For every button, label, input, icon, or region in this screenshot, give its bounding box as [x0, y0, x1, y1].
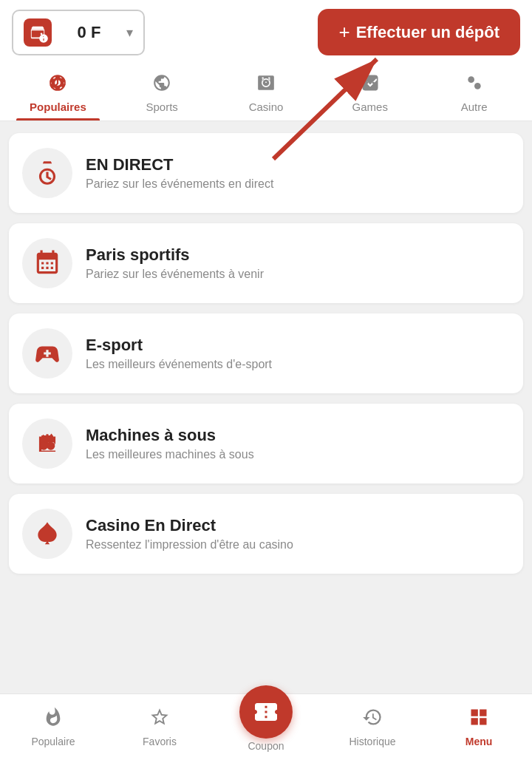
en-direct-desc: Pariez sur les événements en direct	[86, 177, 273, 191]
balance-button[interactable]: 0 F ▾	[12, 10, 145, 55]
balance-icon	[24, 18, 52, 47]
svg-point-8	[366, 81, 368, 84]
calendar-icon	[33, 249, 61, 277]
casino-direct-text: Casino En Direct Ressentez l'impression …	[86, 516, 293, 552]
cherry-icon	[33, 430, 61, 458]
svg-point-11	[474, 83, 481, 89]
svg-point-5	[366, 85, 368, 87]
bottom-nav-menu-label: Menu	[466, 736, 493, 747]
tab-sports-label: Sports	[146, 101, 178, 113]
e-sport-text: E-sport Les meilleurs événements d'e-spo…	[86, 336, 272, 371]
bottom-nav-favoris[interactable]: Favoris	[106, 701, 213, 753]
tab-populaires[interactable]: Populaires	[6, 64, 110, 121]
casino-direct-icon-wrap	[22, 509, 72, 559]
grid-icon	[468, 707, 489, 733]
list-item-paris-sportifs[interactable]: Paris sportifs Pariez sur les événements…	[9, 223, 523, 303]
tab-autre-label: Autre	[461, 101, 488, 113]
content-area: EN DIRECT Pariez sur les événements en d…	[0, 121, 532, 659]
stopwatch-icon	[33, 159, 61, 187]
e-sport-icon-wrap	[22, 328, 72, 379]
bottom-nav-menu[interactable]: Menu	[426, 701, 532, 753]
nav-tabs: Populaires Sports Casino	[0, 64, 532, 121]
list-item-casino-direct[interactable]: Casino En Direct Ressentez l'impression …	[9, 494, 523, 574]
tab-games[interactable]: Games	[318, 64, 422, 121]
bottom-nav-historique-label: Historique	[349, 736, 395, 747]
svg-point-3	[366, 78, 368, 81]
en-direct-title: EN DIRECT	[86, 155, 273, 174]
sports-icon	[152, 73, 171, 98]
paris-sportifs-icon-wrap	[22, 238, 72, 288]
svg-point-9	[372, 81, 374, 84]
tab-sports[interactable]: Sports	[110, 64, 214, 121]
paris-sportifs-text: Paris sportifs Pariez sur les événements…	[86, 245, 264, 281]
spade-icon	[33, 520, 61, 548]
bottom-nav-coupon[interactable]: Coupon	[213, 703, 319, 752]
bottom-nav-populaire-label: Populaire	[31, 736, 75, 747]
star-outline-icon	[149, 707, 170, 733]
bottom-nav-historique[interactable]: Historique	[319, 701, 426, 753]
tab-casino-label: Casino	[249, 101, 284, 113]
list-item-e-sport[interactable]: E-sport Les meilleurs événements d'e-spo…	[9, 313, 523, 393]
paris-sportifs-desc: Pariez sur les événements à venir	[86, 268, 264, 281]
e-sport-desc: Les meilleurs événements d'e-sport	[86, 358, 272, 371]
fire-icon	[43, 707, 64, 733]
gamepad-icon	[33, 339, 61, 367]
paris-sportifs-title: Paris sportifs	[86, 245, 264, 265]
e-sport-title: E-sport	[86, 336, 272, 355]
en-direct-text: EN DIRECT Pariez sur les événements en d…	[86, 155, 273, 191]
svg-point-7	[369, 81, 371, 84]
list-item-en-direct[interactable]: EN DIRECT Pariez sur les événements en d…	[9, 133, 523, 213]
machines-sous-text: Machines à sous Les meilleures machines …	[86, 426, 254, 461]
bottom-nav: Populaire Favoris Coupon Historique	[0, 693, 532, 760]
machines-sous-title: Machines à sous	[86, 426, 254, 445]
tab-games-label: Games	[352, 101, 388, 113]
bottom-nav-populaire[interactable]: Populaire	[0, 701, 106, 753]
clock-icon	[362, 707, 383, 733]
balance-amount: 0 F	[59, 23, 119, 42]
casino-direct-title: Casino En Direct	[86, 516, 293, 535]
bottom-nav-coupon-label: Coupon	[248, 740, 284, 752]
list-item-machines-sous[interactable]: Machines à sous Les meilleures machines …	[9, 404, 523, 484]
en-direct-icon-wrap	[22, 148, 72, 198]
tab-autre[interactable]: Autre	[422, 64, 526, 121]
deposit-label: Effectuer un dépôt	[356, 23, 499, 42]
coupon-circle[interactable]	[239, 685, 293, 739]
machines-sous-icon-wrap	[22, 418, 72, 469]
svg-point-6	[372, 85, 374, 87]
svg-point-10	[468, 76, 474, 83]
star-icon	[48, 73, 67, 98]
autre-icon	[465, 73, 484, 98]
ticket-icon	[253, 699, 279, 725]
tab-casino[interactable]: Casino	[214, 64, 318, 121]
tab-populaires-label: Populaires	[30, 101, 86, 113]
svg-point-4	[372, 78, 374, 81]
deposit-button[interactable]: + Effectuer un dépôt	[318, 9, 520, 55]
svg-point-12	[40, 442, 48, 450]
casino-direct-desc: Ressentez l'impression d'être au casino	[86, 538, 293, 552]
casino-icon	[256, 73, 276, 98]
bottom-nav-favoris-label: Favoris	[143, 736, 177, 747]
machines-sous-desc: Les meilleures machines à sous	[86, 448, 254, 461]
plus-icon: +	[338, 21, 349, 44]
header: 0 F ▾ + Effectuer un dépôt	[0, 0, 532, 64]
games-icon	[361, 73, 380, 98]
chevron-down-icon: ▾	[126, 24, 133, 41]
svg-point-13	[47, 442, 55, 450]
